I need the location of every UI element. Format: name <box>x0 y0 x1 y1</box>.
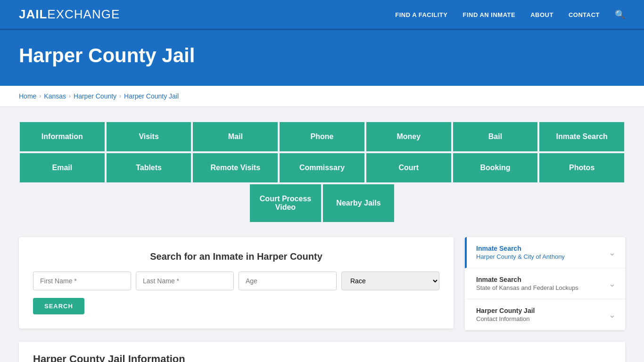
chevron-down-icon-3: ⌄ <box>609 310 616 320</box>
search-panel: Search for an Inmate in Harper County Ra… <box>19 237 454 329</box>
btn-court-process-video[interactable]: Court Process Video <box>249 183 322 223</box>
btn-commissary[interactable]: Commissary <box>279 152 365 183</box>
logo-exchange: EXCHANGE <box>47 7 120 22</box>
info-section-title: Harper County Jail Information <box>33 353 611 362</box>
logo-jail: JAIL <box>19 7 47 22</box>
hero-section: Harper County Jail <box>0 30 644 86</box>
info-section: Harper County Jail Information <box>19 342 625 362</box>
navbar: JAILEXCHANGE FIND A FACILITY FIND AN INM… <box>0 0 644 30</box>
first-name-input[interactable] <box>33 272 131 290</box>
site-logo[interactable]: JAILEXCHANGE <box>19 7 120 22</box>
search-title: Search for an Inmate in Harper County <box>33 251 439 262</box>
breadcrumb-sep-1: › <box>39 93 41 99</box>
nav-item-about[interactable]: ABOUT <box>530 10 553 19</box>
nav-link-contact[interactable]: CONTACT <box>569 11 600 18</box>
sidebar-item-subtitle-contact: Contact Information <box>476 315 535 322</box>
search-icon-button[interactable]: 🔍 <box>615 9 625 20</box>
btn-remote-visits[interactable]: Remote Visits <box>192 152 279 183</box>
btn-bail[interactable]: Bail <box>452 121 539 152</box>
sidebar-item-subtitle-harper: Harper County & City of Anthony <box>476 253 565 260</box>
sidebar-item-subtitle-kansas: State of Kansas and Federal Lockups <box>476 284 578 291</box>
btn-phone[interactable]: Phone <box>279 121 365 152</box>
breadcrumb-sep-2: › <box>69 93 71 99</box>
sidebar-item-title-kansas: Inmate Search <box>476 276 578 283</box>
race-select[interactable]: Race White Black Hispanic Asian Other <box>341 272 439 290</box>
sidebar-item-text-contact: Harper County Jail Contact Information <box>476 307 535 322</box>
sidebar-item-text-kansas: Inmate Search State of Kansas and Federa… <box>476 276 578 291</box>
btn-nearby-jails[interactable]: Nearby Jails <box>322 183 395 223</box>
btn-visits[interactable]: Visits <box>106 121 192 152</box>
main-content: Information Visits Mail Phone Money Bail… <box>0 107 644 362</box>
grid-row-2: Email Tablets Remote Visits Commissary C… <box>19 152 625 183</box>
btn-court[interactable]: Court <box>365 152 452 183</box>
btn-information[interactable]: Information <box>19 121 106 152</box>
breadcrumb-harper-county[interactable]: Harper County <box>74 92 116 100</box>
breadcrumb: Home › Kansas › Harper County › Harper C… <box>19 92 625 100</box>
sidebar-item-title-contact: Harper County Jail <box>476 307 535 314</box>
nav-item-contact[interactable]: CONTACT <box>569 10 600 19</box>
nav-link-find-facility[interactable]: FIND A FACILITY <box>395 11 447 18</box>
nav-menu: FIND A FACILITY FIND AN INMATE ABOUT CON… <box>395 9 625 20</box>
btn-mail[interactable]: Mail <box>192 121 279 152</box>
nav-link-find-inmate[interactable]: FIND AN INMATE <box>462 11 515 18</box>
sidebar-item-contact-info[interactable]: Harper County Jail Contact Information ⌄ <box>465 299 625 330</box>
breadcrumb-sep-3: › <box>119 93 121 99</box>
nav-item-search[interactable]: 🔍 <box>615 9 625 20</box>
btn-photos[interactable]: Photos <box>538 152 625 183</box>
search-button[interactable]: SEARCH <box>33 298 84 314</box>
search-form: Race White Black Hispanic Asian Other <box>33 272 439 290</box>
breadcrumb-home[interactable]: Home <box>19 92 36 100</box>
chevron-down-icon-1: ⌄ <box>609 247 616 258</box>
sidebar-item-inmate-search-kansas[interactable]: Inmate Search State of Kansas and Federa… <box>465 268 625 299</box>
age-input[interactable] <box>239 272 337 290</box>
btn-email[interactable]: Email <box>19 152 106 183</box>
chevron-down-icon-2: ⌄ <box>609 279 616 289</box>
nav-item-find-facility[interactable]: FIND A FACILITY <box>395 10 447 19</box>
breadcrumb-current[interactable]: Harper County Jail <box>124 92 179 100</box>
page-title: Harper County Jail <box>19 44 625 67</box>
btn-inmate-search[interactable]: Inmate Search <box>538 121 625 152</box>
sidebar-item-text-harper: Inmate Search Harper County & City of An… <box>476 245 565 260</box>
sidebar-item-inmate-search-harper[interactable]: Inmate Search Harper County & City of An… <box>465 237 625 268</box>
feature-grid: Information Visits Mail Phone Money Bail… <box>19 121 625 223</box>
btn-tablets[interactable]: Tablets <box>106 152 192 183</box>
nav-item-find-inmate[interactable]: FIND AN INMATE <box>462 10 515 19</box>
grid-row-1: Information Visits Mail Phone Money Bail… <box>19 121 625 152</box>
breadcrumb-kansas[interactable]: Kansas <box>44 92 66 100</box>
sidebar: Inmate Search Harper County & City of An… <box>465 237 625 330</box>
last-name-input[interactable] <box>136 272 234 290</box>
sidebar-item-title-harper: Inmate Search <box>476 245 565 252</box>
content-row: Search for an Inmate in Harper County Ra… <box>19 237 625 330</box>
nav-link-about[interactable]: ABOUT <box>530 11 553 18</box>
grid-row-3: Court Process Video Nearby Jails <box>19 183 625 223</box>
btn-money[interactable]: Money <box>365 121 452 152</box>
breadcrumb-bar: Home › Kansas › Harper County › Harper C… <box>0 86 644 107</box>
btn-booking[interactable]: Booking <box>452 152 539 183</box>
